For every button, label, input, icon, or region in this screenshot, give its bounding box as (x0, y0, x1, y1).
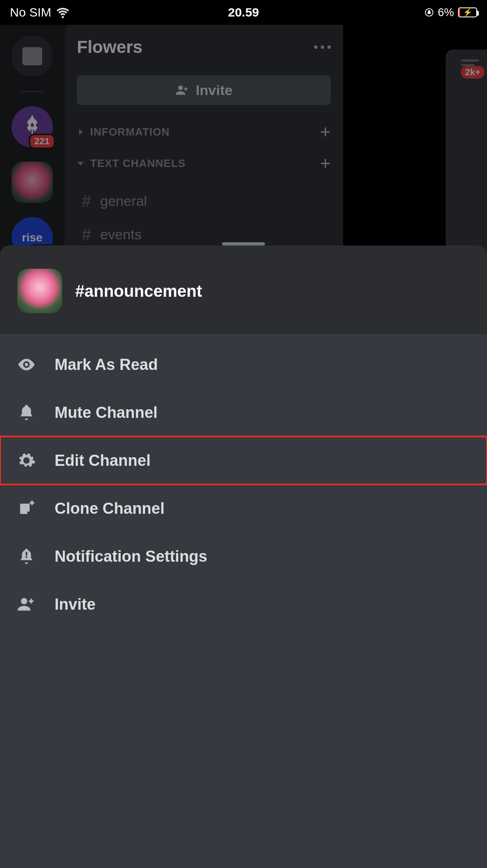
more-icon[interactable] (314, 45, 331, 49)
chat-icon (22, 47, 42, 65)
wifi-icon (56, 6, 69, 19)
bell-icon (17, 403, 36, 422)
battery-icon: ⚡ (458, 7, 477, 17)
action-mark-read[interactable]: Mark As Read (0, 341, 487, 389)
badge-count: 221 (29, 134, 55, 149)
action-label: Invite (55, 596, 95, 613)
channel-label: events (100, 227, 141, 243)
sheet-channel-name: #announcement (75, 282, 202, 300)
hash-icon: # (82, 225, 91, 244)
action-label: Mark As Read (55, 356, 158, 374)
action-clone[interactable]: Clone Channel (0, 484, 487, 532)
clone-icon (17, 499, 36, 518)
server-wheat[interactable]: 221 (12, 106, 53, 148)
eye-icon (17, 355, 36, 374)
status-bar: No SIM 20.59 6% ⚡ (0, 0, 487, 25)
add-user-icon (17, 596, 36, 613)
hamburger-icon (461, 60, 479, 66)
channel-action-sheet: #announcement Mark As Read Mute Channel … (0, 246, 487, 868)
drag-handle[interactable] (222, 242, 265, 246)
dm-button[interactable] (12, 36, 53, 77)
action-label: Mute Channel (55, 404, 158, 422)
sim-status: No SIM (10, 5, 51, 19)
server-avatar (17, 269, 62, 313)
category-label: TEXT CHANNELS (90, 157, 186, 170)
channel-general[interactable]: # general (77, 184, 331, 218)
server-rise-label: rise (22, 231, 43, 244)
action-label: Clone Channel (55, 500, 165, 517)
server-name[interactable]: Flowers (77, 37, 143, 57)
category-information[interactable]: INFORMATION + (77, 122, 331, 142)
chevron-right-icon (77, 128, 84, 136)
chevron-down-icon (77, 160, 84, 167)
add-user-icon (175, 84, 189, 96)
action-invite[interactable]: Invite (0, 580, 487, 628)
action-label: Edit Channel (55, 452, 150, 470)
invite-label: Invite (196, 82, 233, 98)
badge-count: 2k+ (461, 66, 485, 79)
rail-divider (20, 91, 45, 92)
gear-icon (17, 451, 36, 470)
action-label: Notification Settings (55, 548, 207, 565)
action-edit-channel[interactable]: Edit Channel (0, 436, 487, 484)
action-mute[interactable]: Mute Channel (0, 389, 487, 436)
invite-button[interactable]: Invite (77, 75, 331, 105)
category-label: INFORMATION (90, 126, 170, 138)
add-channel-icon[interactable]: + (320, 153, 331, 174)
clock: 20.59 (228, 5, 259, 19)
server-flowers-selected[interactable] (12, 162, 53, 203)
battery-percent: 6% (438, 6, 454, 19)
add-channel-icon[interactable]: + (320, 122, 331, 142)
category-text-channels[interactable]: TEXT CHANNELS + (77, 153, 331, 174)
hash-icon: # (82, 192, 91, 210)
rotation-lock-icon (425, 8, 434, 17)
action-notifications[interactable]: Notification Settings (0, 532, 487, 580)
bell-alert-icon (17, 547, 36, 565)
channel-label: general (100, 193, 147, 209)
